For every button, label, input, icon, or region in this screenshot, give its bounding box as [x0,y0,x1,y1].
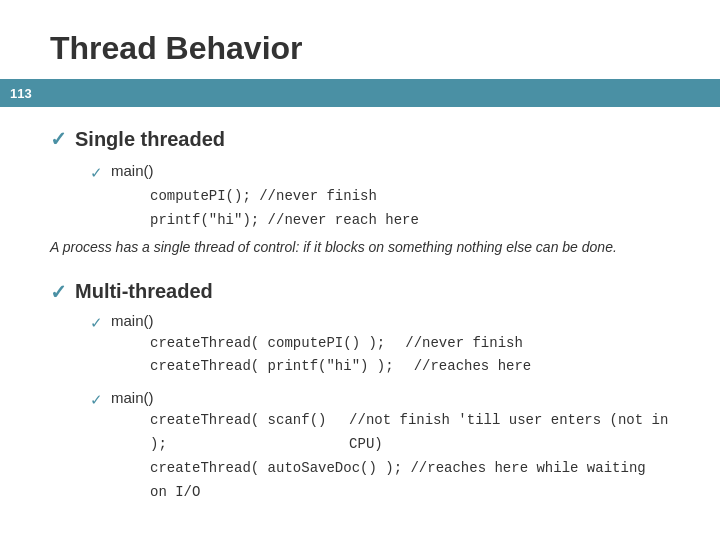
single-threaded-sub: ✓ main() computePI(); //never finish pri… [90,159,670,233]
single-threaded-code: computePI(); //never finish printf("hi")… [150,185,670,233]
multi-threaded-item-1-label: main() [111,312,154,329]
single-threaded-checkmark: ✓ [50,127,67,151]
multi-threaded-item-1-line-2: createThread( printf("hi") ); //reaches … [150,355,670,379]
multi-threaded-item-1-line-1: createThread( computePI() ); //never fin… [150,332,670,356]
multi-threaded-item-2: ✓ main() createThread( scanf() ); //not … [90,389,670,504]
multi-threaded-checkmark: ✓ [50,280,67,304]
slide-title: Thread Behavior [50,30,670,67]
multi-threaded-item-2-code-text-2: createThread( autoSaveDoc() ); //reaches… [150,457,670,505]
multi-threaded-item-1-code: createThread( computePI() ); //never fin… [150,332,670,380]
single-threaded-section: ✓ Single threaded ✓ main() computePI(); … [50,127,670,258]
multi-threaded-item-1-code-text-1: createThread( computePI() ); [150,332,385,356]
multi-threaded-section: ✓ Multi-threaded ✓ main() createThread( … [50,280,670,505]
multi-threaded-item-2-comment-1: //not finish 'till user enters (not in C… [349,409,670,457]
single-threaded-label: Single threaded [75,128,225,151]
multi-threaded-item-2-code-text-1: createThread( scanf() ); [150,409,329,457]
multi-threaded-item-1-comment-2: //reaches here [414,355,532,379]
single-threaded-code-line-2: printf("hi"); //never reach here [150,209,670,233]
multi-threaded-items: ✓ main() createThread( computePI() ); //… [90,312,670,505]
multi-threaded-item-1-header: ✓ main() [90,312,670,332]
multi-threaded-item-2-line-2: createThread( autoSaveDoc() ); //reaches… [150,457,670,505]
slide-number: 113 [10,86,32,101]
single-threaded-code-line-1: computePI(); //never finish [150,185,670,209]
single-threaded-sub-header: ✓ main() [90,159,670,185]
multi-threaded-item-1-comment-1: //never finish [405,332,523,356]
multi-threaded-item-2-checkmark: ✓ [90,391,103,409]
multi-threaded-item-2-label: main() [111,389,154,406]
single-threaded-header: ✓ Single threaded [50,127,670,151]
slide: Thread Behavior 113 ✓ Single threaded ✓ … [0,0,720,540]
multi-threaded-item-1-code-text-2: createThread( printf("hi") ); [150,355,394,379]
multi-threaded-header: ✓ Multi-threaded [50,280,670,304]
multi-threaded-item-1-checkmark: ✓ [90,314,103,332]
multi-threaded-item-2-header: ✓ main() [90,389,670,409]
single-threaded-main-label: main() [111,159,154,183]
multi-threaded-item-2-line-1: createThread( scanf() ); //not finish 't… [150,409,670,457]
multi-threaded-item-1: ✓ main() createThread( computePI() ); //… [90,312,670,380]
multi-threaded-item-2-code: createThread( scanf() ); //not finish 't… [150,409,670,504]
slide-number-bar: 113 [0,79,720,107]
single-threaded-sub-checkmark: ✓ [90,161,103,185]
single-threaded-note: A process has a single thread of control… [50,237,670,258]
multi-threaded-label: Multi-threaded [75,280,213,303]
